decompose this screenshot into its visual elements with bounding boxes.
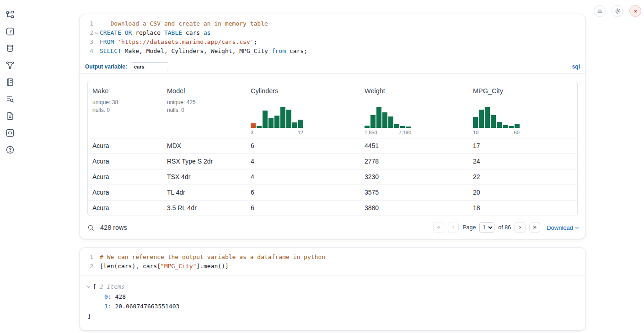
histogram-bar[interactable] <box>280 107 285 128</box>
token-string: "MPG_City" <box>161 263 196 270</box>
table-cell: 6 <box>246 201 360 216</box>
stat-line: unique: 425 <box>167 99 242 106</box>
code-text: SELECT Make, Model, Cylinders, Weight, M… <box>100 47 307 56</box>
file-explorer-icon[interactable] <box>5 10 15 19</box>
table-cell: Acura <box>88 169 162 185</box>
table-row: AcuraTL 4dr6357520 <box>88 185 577 200</box>
code-line: 1-- Download a CSV and create an in-memo… <box>83 19 579 28</box>
page-select[interactable]: 1 <box>479 222 494 233</box>
table-cell: 4 <box>246 169 360 185</box>
column-name: Weight <box>365 87 464 95</box>
menu-button[interactable] <box>594 5 606 17</box>
histogram-bar[interactable] <box>491 115 496 128</box>
histogram-bars <box>365 106 411 128</box>
column-name: MPG_City <box>473 87 573 95</box>
output-variable-input[interactable] <box>131 62 168 71</box>
histogram-bar[interactable] <box>370 115 376 128</box>
table-cell: TL 4dr <box>162 185 246 200</box>
code-text: [len(cars), cars["MPG_City"].mean()] <box>100 262 229 271</box>
collapse-chevron-icon[interactable] <box>86 284 90 288</box>
tree-entry: 1: 20.060747663551403 <box>87 301 578 312</box>
column-stats: unique: 38nulls: 0 <box>92 99 158 114</box>
histogram-bar[interactable] <box>382 112 387 128</box>
histogram-bar[interactable] <box>515 124 520 128</box>
left-sidebar: f <box>0 0 20 333</box>
histogram-bar[interactable] <box>406 127 411 128</box>
documentation-icon[interactable] <box>5 111 15 121</box>
page-label: Page <box>462 224 476 231</box>
snippets-icon[interactable] <box>5 128 15 137</box>
column-header-make[interactable]: Makeunique: 38nulls: 0 <box>88 81 162 138</box>
histogram-bar[interactable] <box>485 107 490 128</box>
column-header-cylinders[interactable]: Cylinders312 <box>246 81 360 138</box>
table-cell: TSX 4dr <box>162 169 246 185</box>
logs-icon[interactable] <box>5 95 15 104</box>
open-bracket: [ <box>93 282 97 292</box>
column-header-weight[interactable]: Weight1,8507,190 <box>360 81 468 138</box>
histogram-bar[interactable] <box>251 123 256 128</box>
histogram-bar[interactable] <box>268 118 274 128</box>
histogram-bar[interactable] <box>263 111 268 128</box>
column-header-mpg_city[interactable]: MPG_City1060 <box>468 81 577 138</box>
search-icon[interactable] <box>87 224 95 232</box>
histogram-bar[interactable] <box>286 110 291 128</box>
sql-code-editor[interactable]: 1-- Download a CSV and create an in-memo… <box>80 14 585 60</box>
download-button[interactable]: Download <box>547 224 578 231</box>
column-header-model[interactable]: Modelunique: 425nulls: 0 <box>162 81 246 138</box>
help-icon[interactable] <box>5 145 15 154</box>
histogram-bar[interactable] <box>365 126 370 128</box>
axis-max-label: 60 <box>514 130 520 135</box>
table-cell: 20 <box>468 185 577 200</box>
line-number: 3 <box>83 37 93 47</box>
dependency-graph-icon[interactable] <box>5 61 15 70</box>
datasources-icon[interactable] <box>5 44 15 53</box>
line-number: 1 <box>83 253 93 262</box>
table-cell: 6 <box>246 138 360 153</box>
histogram-bar[interactable] <box>509 126 514 128</box>
code-line: 4SELECT Make, Model, Cylinders, Weight, … <box>83 47 579 56</box>
scratchpad-icon[interactable] <box>5 78 15 87</box>
histogram-bar[interactable] <box>497 122 502 128</box>
functions-icon[interactable]: f <box>5 27 15 36</box>
code-line: 2CREATE OR replace TABLE cars as <box>83 28 579 37</box>
table-cell: 24 <box>468 154 577 169</box>
histogram-bar[interactable] <box>473 117 478 128</box>
chevron-down-icon <box>95 30 98 34</box>
histogram-bar[interactable] <box>388 116 393 128</box>
histogram-bar[interactable] <box>274 116 279 128</box>
last-page-button[interactable]: » <box>529 222 540 233</box>
page-total-label: of 86 <box>498 224 511 231</box>
histogram-bar[interactable] <box>292 122 297 128</box>
gear-icon <box>614 8 621 15</box>
token-keyword: FROM <box>100 38 114 45</box>
histogram-bar[interactable] <box>376 107 381 128</box>
fold-toggle[interactable] <box>93 28 100 37</box>
entry-value: 428 <box>115 293 125 300</box>
histogram-bar[interactable] <box>503 125 508 128</box>
histogram-bar[interactable] <box>298 120 303 128</box>
python-code-editor[interactable]: 1# We can reference the output variable … <box>80 248 585 275</box>
token-keyword: from <box>272 48 286 54</box>
token-comment: # We can reference the output variable a… <box>100 254 325 260</box>
table-cell: Acura <box>88 201 162 216</box>
language-badge[interactable]: sql <box>572 63 580 70</box>
first-page-button[interactable]: « <box>433 222 444 233</box>
code-text: # We can reference the output variable a… <box>100 253 325 262</box>
next-page-button[interactable]: › <box>515 222 526 233</box>
chevron-down-icon <box>575 225 579 228</box>
line-number: 1 <box>83 19 93 28</box>
code-text: CREATE OR replace TABLE cars as <box>100 28 211 37</box>
line-number: 4 <box>83 47 93 56</box>
pagination: « ‹ Page 1 of 86 › » Download <box>433 222 578 233</box>
histogram-bar[interactable] <box>479 110 484 128</box>
histogram-bar[interactable] <box>400 126 405 128</box>
shutdown-button[interactable] <box>629 5 641 17</box>
token-plain: Make, Model, Cylinders, Weight, MPG_City <box>121 48 272 54</box>
table-cell: 3575 <box>360 185 468 200</box>
settings-button[interactable] <box>612 5 623 17</box>
histogram-bar[interactable] <box>257 126 262 128</box>
prev-page-button[interactable]: ‹ <box>448 222 459 233</box>
table-cell: 4 <box>246 154 360 169</box>
table-cell: Acura <box>88 138 162 153</box>
histogram-bar[interactable] <box>394 124 399 128</box>
